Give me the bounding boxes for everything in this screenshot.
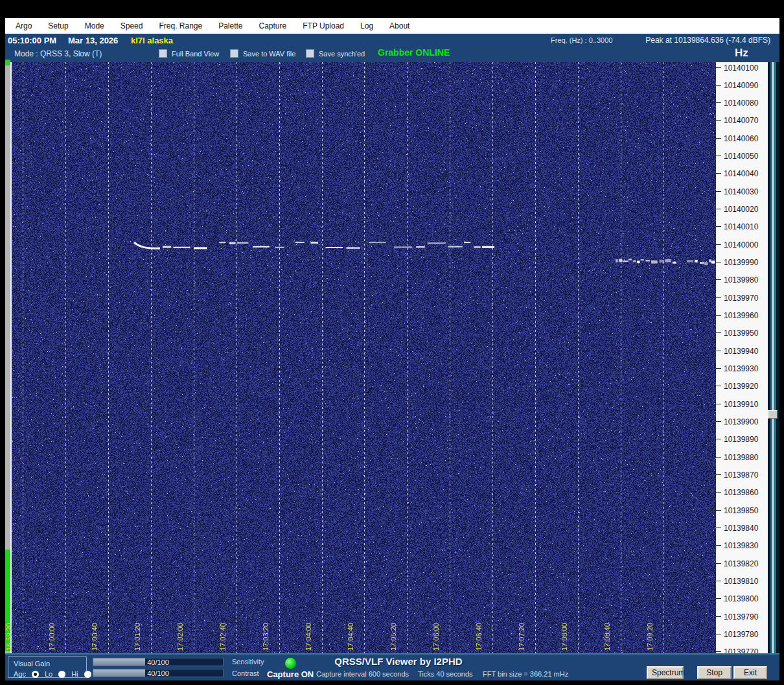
time-tick-label: 17:03:20 — [262, 623, 270, 651]
freq-tick-label: 10140020 — [716, 205, 768, 214]
freq-tick-label: 10140040 — [716, 169, 768, 178]
checkbox-icon[interactable] — [159, 49, 167, 58]
checkbox-label: Save to WAV file — [243, 50, 295, 58]
menu-item-mode[interactable]: Mode — [85, 21, 104, 30]
time-tick-label: 17:08:00 — [560, 623, 569, 651]
freq-tick-mark — [716, 563, 721, 564]
radio-hi[interactable] — [84, 671, 91, 678]
freq-tick-label: 10140100 — [716, 64, 768, 73]
freq-tick-mark — [716, 634, 721, 634]
menu-item-argo[interactable]: Argo — [16, 21, 32, 30]
mode-row: Mode : QRSS 3, Slow (T) Grabber ONLINE H… — [5, 47, 779, 62]
radio-lo[interactable] — [58, 671, 65, 678]
time-tick-label: 17:08:40 — [603, 623, 612, 651]
checkbox-full-band-view[interactable]: Full Band View — [159, 49, 219, 58]
checkbox-save-to-wav-file[interactable]: Save to WAV file — [230, 49, 295, 58]
freq-tick-label: 10139890 — [716, 435, 768, 444]
menu-item-log[interactable]: Log — [360, 21, 373, 30]
contrast-value: 40/100 — [93, 669, 223, 677]
app-title: QRSS/VLF Viewer by I2PHD — [327, 656, 470, 667]
scrollbar-center-line — [772, 62, 774, 653]
frequency-axis: 1014010010140090101400801014007010140060… — [716, 62, 768, 653]
peak-readout: Peak at 10139864.636 (-74.4 dBFS) — [645, 36, 770, 45]
visual-gain-group: Visual Gain AgcLoHi — [8, 656, 87, 678]
freq-tick-label: 10140010 — [716, 222, 768, 231]
freq-tick-mark — [716, 85, 721, 86]
freq-tick-label: 10140000 — [716, 240, 768, 250]
spectrogram-waterfall[interactable] — [12, 62, 716, 653]
freq-tick-mark — [716, 492, 721, 493]
freq-tick-label: 10139800 — [716, 594, 768, 603]
menu-item-setup[interactable]: Setup — [48, 21, 68, 30]
status-bar: 05:10:00 PM Mar 13, 2026 kl7l alaska Fre… — [5, 34, 779, 47]
freq-tick-mark — [716, 457, 721, 458]
frequency-scrollbar[interactable] — [768, 62, 779, 653]
freq-tick-label: 10139960 — [716, 311, 768, 320]
time-tick-label: 17:00:40 — [91, 623, 99, 651]
freq-tick-mark — [716, 156, 721, 156]
freq-tick-label: 10139920 — [716, 382, 768, 391]
freq-tick-mark — [716, 545, 721, 546]
checkbox-save-synch-ed[interactable]: Save synch'ed — [306, 49, 365, 58]
capture-led-icon — [285, 658, 296, 669]
menu-item-speed[interactable]: Speed — [121, 21, 143, 30]
freq-tick-label: 10139970 — [716, 294, 768, 303]
spectrum-button[interactable]: Spectrum — [647, 666, 684, 679]
freq-tick-mark — [716, 332, 721, 333]
freq-tick-mark — [716, 386, 721, 386]
mode-label: Mode : QRSS 3, Slow (T) — [14, 49, 102, 58]
freq-axis-unit: Hz — [735, 47, 748, 60]
radio-label-lo: Lo — [45, 670, 52, 678]
exit-button[interactable]: Exit — [733, 666, 767, 679]
freq-tick-label: 10139790 — [716, 612, 768, 621]
clock: 05:10:00 PM — [8, 36, 56, 45]
freq-tick-label: 10140090 — [716, 81, 768, 90]
freq-tick-mark — [716, 581, 721, 581]
menu-item-about[interactable]: About — [389, 21, 409, 30]
checkbox-icon[interactable] — [230, 49, 238, 58]
freq-tick-label: 10139940 — [716, 347, 768, 356]
time-tick-label: 17:09:20 — [646, 623, 654, 651]
freq-tick-label: 10140070 — [716, 116, 768, 125]
freq-tick-label: 10139880 — [716, 453, 768, 462]
freq-tick-mark — [716, 616, 721, 617]
date: Mar 13, 2026 — [68, 36, 118, 45]
freq-tick-mark — [716, 315, 721, 316]
time-tick-label: 17:06:40 — [475, 623, 483, 651]
menu-item-palette[interactable]: Palette — [218, 21, 242, 30]
freq-tick-label: 10139990 — [716, 258, 768, 267]
capture-interval-label: Capture interval 600 seconds — [316, 670, 409, 678]
menu-item-freq-range[interactable]: Freq. Range — [159, 21, 202, 30]
sensitivity-value: 40/100 — [93, 658, 223, 666]
freq-tick-label: 10140050 — [716, 152, 768, 161]
freq-tick-label: 10139910 — [716, 400, 768, 409]
argo-window: ArgoSetupModeSpeedFreq. RangePaletteCapt… — [0, 0, 784, 685]
scrollbar-thumb[interactable] — [768, 410, 778, 419]
sensitivity-slider[interactable]: 40/100 — [93, 658, 224, 666]
menu-item-ftp-upload[interactable]: FTP Upload — [303, 21, 344, 30]
time-tick-label: 16:59:20 — [5, 623, 14, 651]
freq-tick-label: 10139950 — [716, 329, 768, 338]
radio-agc[interactable] — [32, 671, 39, 678]
contrast-slider[interactable]: 40/100 — [93, 669, 224, 677]
freq-range-readout: Freq. (Hz) : 0..3000 — [551, 36, 612, 44]
time-tick-label: 17:05:20 — [389, 623, 398, 651]
checkbox-icon[interactable] — [306, 49, 314, 58]
freq-tick-label: 10139900 — [716, 417, 768, 426]
freq-tick-label: 10140060 — [716, 134, 768, 143]
fft-bin-label: FFT bin size = 366.21 mHz — [483, 670, 568, 678]
time-tick-label: 17:02:00 — [176, 623, 185, 651]
freq-tick-mark — [716, 297, 721, 298]
stop-button[interactable]: Stop — [697, 666, 732, 679]
freq-tick-mark — [716, 120, 721, 121]
freq-tick-mark — [716, 404, 721, 404]
menu-item-capture[interactable]: Capture — [259, 21, 287, 30]
freq-tick-mark — [716, 67, 721, 68]
freq-tick-label: 10139860 — [716, 488, 768, 497]
freq-tick-label: 10140030 — [716, 187, 768, 196]
freq-tick-mark — [716, 528, 721, 528]
visual-gain-label: Visual Gain — [14, 660, 50, 668]
time-tick-label: 17:04:00 — [305, 623, 313, 651]
menu-bar: ArgoSetupModeSpeedFreq. RangePaletteCapt… — [5, 18, 779, 34]
freq-tick-mark — [716, 651, 721, 652]
